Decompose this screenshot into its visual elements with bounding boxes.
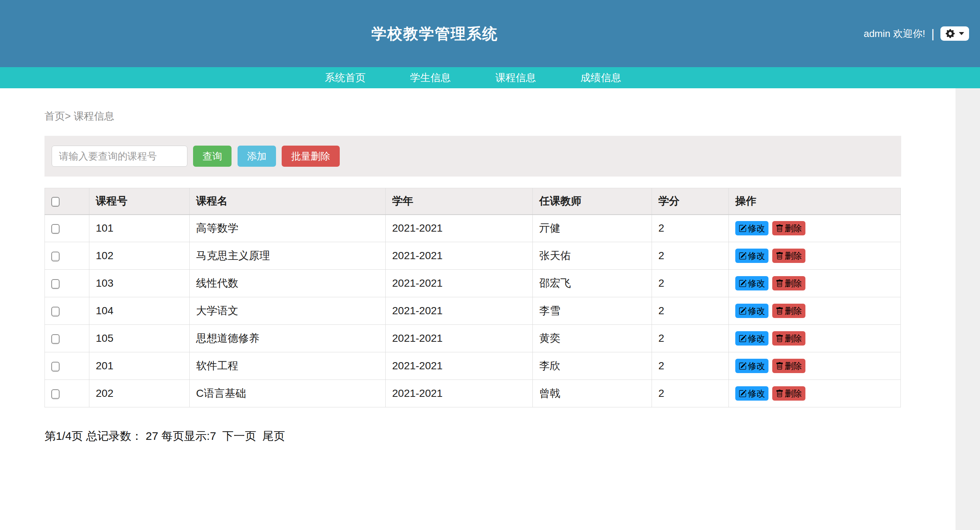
edit-button-label: 修改 — [748, 278, 765, 289]
row-checkbox[interactable] — [51, 251, 60, 261]
credit-cell: 2 — [652, 380, 729, 407]
add-button[interactable]: 添加 — [237, 146, 276, 167]
row-checkbox[interactable] — [51, 279, 60, 289]
content-area: 首页> 课程信息 查询 添加 批量删除 课程号 课程名 学年 任课教师 学分 操… — [0, 88, 956, 530]
edit-button[interactable]: 修改 — [735, 359, 768, 373]
column-header-teacher: 任课教师 — [533, 188, 652, 215]
trash-icon — [776, 224, 784, 232]
course-id-cell: 101 — [89, 215, 190, 242]
column-header-course-id: 课程号 — [89, 188, 190, 215]
next-page-link[interactable]: 下一页 — [222, 430, 256, 442]
chevron-down-icon — [959, 32, 964, 35]
teacher-cell: 张天佑 — [533, 242, 652, 270]
row-checkbox[interactable] — [51, 362, 60, 372]
delete-button[interactable]: 删除 — [772, 359, 805, 373]
edit-button[interactable]: 修改 — [735, 276, 768, 290]
row-checkbox[interactable] — [51, 224, 60, 234]
table-row: 104大学语文2021-2021李雪2修改删除 — [45, 297, 901, 325]
table-row: 201软件工程2021-2021李欣2修改删除 — [45, 352, 901, 380]
year-cell: 2021-2021 — [386, 380, 533, 407]
table-header: 课程号 课程名 学年 任课教师 学分 操作 — [45, 188, 901, 215]
gear-icon — [946, 29, 955, 38]
course-name-cell: 软件工程 — [190, 352, 386, 380]
row-checkbox[interactable] — [51, 307, 60, 317]
edit-button-label: 修改 — [748, 360, 765, 372]
trash-icon — [776, 362, 784, 370]
breadcrumb: 首页> 课程信息 — [45, 88, 956, 123]
edit-button[interactable]: 修改 — [735, 331, 768, 345]
select-all-checkbox[interactable] — [51, 197, 60, 207]
course-id-cell: 104 — [89, 297, 190, 325]
actions-cell: 修改删除 — [729, 242, 901, 270]
edit-button[interactable]: 修改 — [735, 248, 768, 263]
course-name-cell: 高等数学 — [190, 215, 386, 242]
edit-icon — [739, 390, 746, 398]
edit-icon — [739, 334, 746, 342]
teacher-cell: 邵宏飞 — [533, 270, 652, 297]
query-button[interactable]: 查询 — [193, 146, 232, 167]
course-name-cell: 大学语文 — [190, 297, 386, 325]
trash-icon — [776, 307, 784, 315]
course-name-cell: 思想道德修养 — [190, 325, 386, 352]
pagination-summary: 第1/4页 总记录数： 27 每页显示:7 — [45, 430, 216, 442]
teacher-cell: 亓健 — [533, 215, 652, 242]
delete-button[interactable]: 删除 — [772, 386, 805, 401]
nav-item-courses[interactable]: 课程信息 — [495, 71, 536, 84]
edit-button[interactable]: 修改 — [735, 304, 768, 318]
delete-button[interactable]: 删除 — [772, 331, 805, 345]
edit-button-label: 修改 — [748, 250, 765, 262]
delete-button-label: 删除 — [785, 360, 802, 372]
delete-button[interactable]: 删除 — [772, 276, 805, 290]
settings-dropdown-button[interactable] — [940, 26, 969, 41]
nav-item-students[interactable]: 学生信息 — [410, 71, 451, 84]
user-area: admin 欢迎你! | — [864, 0, 969, 67]
row-checkbox-cell — [45, 297, 89, 325]
top-header: 学校教学管理系统 admin 欢迎你! | — [0, 0, 980, 67]
row-checkbox-cell — [45, 215, 89, 242]
nav-item-grades[interactable]: 成绩信息 — [581, 71, 621, 84]
edit-icon — [739, 224, 746, 232]
edit-button[interactable]: 修改 — [735, 386, 768, 401]
row-checkbox-cell — [45, 380, 89, 407]
course-id-cell: 202 — [89, 380, 190, 407]
column-header-course-name: 课程名 — [190, 188, 386, 215]
column-header-year: 学年 — [386, 188, 533, 215]
course-name-cell: 线性代数 — [190, 270, 386, 297]
row-checkbox-cell — [45, 352, 89, 380]
table-row: 101高等数学2021-2021亓健2修改删除 — [45, 215, 901, 242]
delete-button-label: 删除 — [785, 388, 802, 399]
delete-button[interactable]: 删除 — [772, 221, 805, 236]
credit-cell: 2 — [652, 215, 729, 242]
teacher-cell: 李雪 — [533, 297, 652, 325]
pagination: 第1/4页 总记录数： 27 每页显示:7 下一页 尾页 — [45, 428, 956, 444]
course-id-cell: 201 — [89, 352, 190, 380]
edit-button[interactable]: 修改 — [735, 221, 768, 236]
nav-item-home[interactable]: 系统首页 — [325, 71, 366, 84]
actions-cell: 修改删除 — [729, 325, 901, 352]
course-id-cell: 105 — [89, 325, 190, 352]
user-divider: | — [931, 27, 935, 41]
credit-cell: 2 — [652, 270, 729, 297]
last-page-link[interactable]: 尾页 — [262, 430, 285, 442]
teacher-cell: 曾戟 — [533, 380, 652, 407]
credit-cell: 2 — [652, 297, 729, 325]
table-row: 202C语言基础2021-2021曾戟2修改删除 — [45, 380, 901, 407]
credit-cell: 2 — [652, 352, 729, 380]
row-checkbox[interactable] — [51, 389, 60, 399]
actions-cell: 修改删除 — [729, 352, 901, 380]
delete-button[interactable]: 删除 — [772, 304, 805, 318]
row-checkbox[interactable] — [51, 334, 60, 344]
year-cell: 2021-2021 — [386, 297, 533, 325]
select-all-cell — [45, 188, 89, 215]
course-name-cell: 马克思主义原理 — [190, 242, 386, 270]
delete-button[interactable]: 删除 — [772, 248, 805, 263]
year-cell: 2021-2021 — [386, 270, 533, 297]
batch-delete-button[interactable]: 批量删除 — [282, 146, 340, 167]
delete-button-label: 删除 — [785, 250, 802, 262]
trash-icon — [776, 334, 784, 342]
search-input[interactable] — [52, 146, 188, 167]
trash-icon — [776, 252, 784, 260]
page-title: 学校教学管理系统 — [371, 0, 498, 67]
actions-cell: 修改删除 — [729, 297, 901, 325]
course-name-cell: C语言基础 — [190, 380, 386, 407]
